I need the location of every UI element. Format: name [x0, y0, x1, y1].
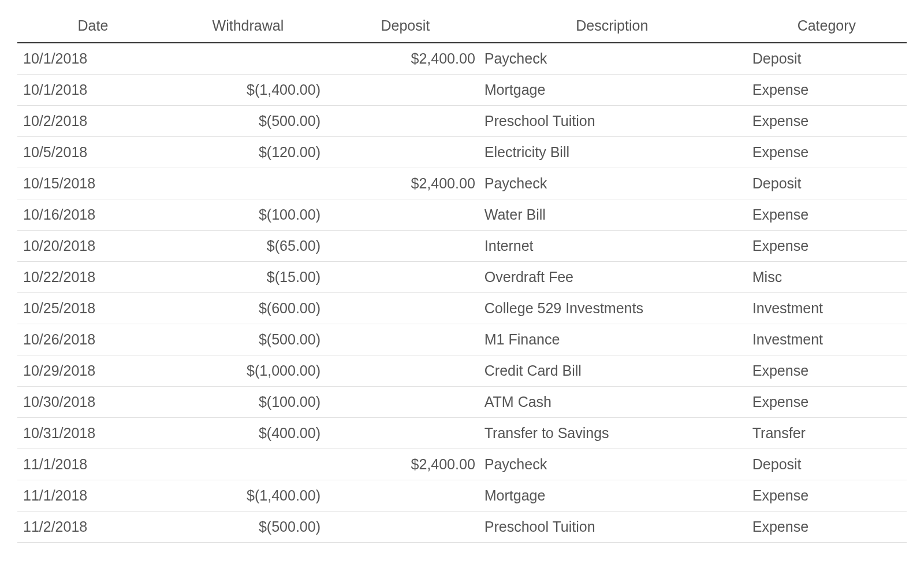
cell-category: Expense — [747, 231, 907, 262]
cell-date: 10/2/2018 — [17, 106, 169, 137]
cell-date: 10/29/2018 — [17, 355, 169, 387]
cell-withdrawal: $(500.00) — [169, 512, 329, 543]
cell-category: Investment — [747, 293, 907, 324]
table-row: 10/15/2018$2,400.00PaycheckDeposit — [17, 168, 907, 199]
cell-description: College 529 Investments — [480, 293, 747, 324]
cell-date: 11/1/2018 — [17, 480, 169, 512]
table-body: 10/1/2018$2,400.00PaycheckDeposit10/1/20… — [17, 43, 907, 543]
table-row: 10/1/2018$2,400.00PaycheckDeposit — [17, 43, 907, 75]
cell-category: Expense — [747, 387, 907, 418]
table-row: 11/1/2018$(1,400.00)MortgageExpense — [17, 480, 907, 512]
cell-date: 10/22/2018 — [17, 262, 169, 293]
cell-withdrawal: $(1,400.00) — [169, 75, 329, 106]
cell-description: Electricity Bill — [480, 137, 747, 168]
table-row: 10/1/2018$(1,400.00)MortgageExpense — [17, 75, 907, 106]
cell-withdrawal — [169, 449, 329, 480]
header-deposit: Deposit — [329, 12, 480, 43]
table-row: 10/29/2018$(1,000.00)Credit Card BillExp… — [17, 355, 907, 387]
cell-withdrawal: $(65.00) — [169, 231, 329, 262]
cell-date: 10/25/2018 — [17, 293, 169, 324]
table-row: 10/31/2018$(400.00)Transfer to SavingsTr… — [17, 418, 907, 449]
cell-description: M1 Finance — [480, 324, 747, 355]
cell-description: Overdraft Fee — [480, 262, 747, 293]
table-row: 11/2/2018$(500.00)Preschool TuitionExpen… — [17, 512, 907, 543]
cell-deposit — [329, 324, 480, 355]
cell-deposit — [329, 480, 480, 512]
cell-withdrawal: $(600.00) — [169, 293, 329, 324]
table-row: 10/30/2018$(100.00)ATM CashExpense — [17, 387, 907, 418]
cell-category: Expense — [747, 355, 907, 387]
table-row: 10/20/2018$(65.00)InternetExpense — [17, 231, 907, 262]
cell-withdrawal: $(500.00) — [169, 106, 329, 137]
cell-deposit — [329, 262, 480, 293]
header-category: Category — [747, 12, 907, 43]
table-row: 10/5/2018$(120.00)Electricity BillExpens… — [17, 137, 907, 168]
cell-description: Mortgage — [480, 75, 747, 106]
cell-deposit — [329, 106, 480, 137]
cell-category: Expense — [747, 199, 907, 231]
table-row: 10/16/2018$(100.00)Water BillExpense — [17, 199, 907, 231]
table-row: 11/1/2018$2,400.00PaycheckDeposit — [17, 449, 907, 480]
cell-date: 10/31/2018 — [17, 418, 169, 449]
cell-description: Paycheck — [480, 449, 747, 480]
cell-description: Paycheck — [480, 168, 747, 199]
cell-withdrawal: $(500.00) — [169, 324, 329, 355]
cell-deposit — [329, 293, 480, 324]
cell-withdrawal: $(120.00) — [169, 137, 329, 168]
header-withdrawal: Withdrawal — [169, 12, 329, 43]
header-description: Description — [480, 12, 747, 43]
cell-deposit — [329, 199, 480, 231]
cell-description: Preschool Tuition — [480, 512, 747, 543]
cell-category: Misc — [747, 262, 907, 293]
cell-deposit: $2,400.00 — [329, 168, 480, 199]
cell-deposit: $2,400.00 — [329, 43, 480, 75]
cell-description: Credit Card Bill — [480, 355, 747, 387]
table-row: 10/26/2018$(500.00)M1 FinanceInvestment — [17, 324, 907, 355]
header-date: Date — [17, 12, 169, 43]
table-row: 10/22/2018$(15.00)Overdraft FeeMisc — [17, 262, 907, 293]
cell-deposit — [329, 418, 480, 449]
cell-withdrawal — [169, 43, 329, 75]
cell-deposit — [329, 512, 480, 543]
cell-category: Deposit — [747, 43, 907, 75]
cell-date: 10/1/2018 — [17, 75, 169, 106]
cell-category: Expense — [747, 75, 907, 106]
cell-category: Expense — [747, 512, 907, 543]
cell-description: Mortgage — [480, 480, 747, 512]
cell-withdrawal: $(100.00) — [169, 199, 329, 231]
cell-description: Internet — [480, 231, 747, 262]
cell-category: Deposit — [747, 449, 907, 480]
cell-description: ATM Cash — [480, 387, 747, 418]
table-row: 10/25/2018$(600.00)College 529 Investmen… — [17, 293, 907, 324]
cell-category: Expense — [747, 106, 907, 137]
cell-date: 10/20/2018 — [17, 231, 169, 262]
cell-deposit — [329, 355, 480, 387]
cell-withdrawal: $(100.00) — [169, 387, 329, 418]
cell-withdrawal: $(400.00) — [169, 418, 329, 449]
cell-deposit: $2,400.00 — [329, 449, 480, 480]
cell-deposit — [329, 137, 480, 168]
cell-withdrawal: $(15.00) — [169, 262, 329, 293]
cell-date: 10/1/2018 — [17, 43, 169, 75]
cell-category: Expense — [747, 137, 907, 168]
cell-description: Transfer to Savings — [480, 418, 747, 449]
cell-date: 10/26/2018 — [17, 324, 169, 355]
cell-category: Expense — [747, 480, 907, 512]
cell-date: 11/2/2018 — [17, 512, 169, 543]
cell-deposit — [329, 387, 480, 418]
cell-deposit — [329, 231, 480, 262]
cell-category: Transfer — [747, 418, 907, 449]
cell-category: Investment — [747, 324, 907, 355]
cell-date: 10/16/2018 — [17, 199, 169, 231]
cell-date: 10/15/2018 — [17, 168, 169, 199]
cell-deposit — [329, 75, 480, 106]
cell-withdrawal: $(1,000.00) — [169, 355, 329, 387]
cell-description: Water Bill — [480, 199, 747, 231]
cell-withdrawal — [169, 168, 329, 199]
transactions-table: Date Withdrawal Deposit Description Cate… — [17, 12, 907, 543]
cell-category: Deposit — [747, 168, 907, 199]
cell-description: Preschool Tuition — [480, 106, 747, 137]
table-header-row: Date Withdrawal Deposit Description Cate… — [17, 12, 907, 43]
cell-description: Paycheck — [480, 43, 747, 75]
cell-date: 11/1/2018 — [17, 449, 169, 480]
